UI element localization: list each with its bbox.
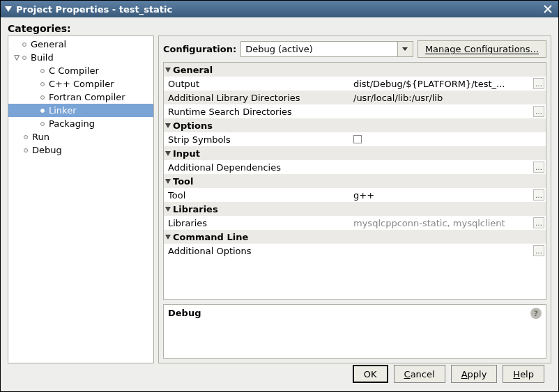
section-general[interactable]: General (164, 63, 546, 77)
tree-label: Packaging (49, 118, 95, 129)
prop-additional-options[interactable]: Additional Options … (164, 244, 546, 258)
help-button[interactable]: Help (503, 365, 544, 383)
window-menu-icon[interactable] (5, 6, 12, 12)
chevron-down-icon (165, 235, 171, 240)
ellipsis-button[interactable]: … (533, 217, 544, 228)
categories-tree[interactable]: General ▽ Build C Compiler C++ Compiler (8, 36, 154, 363)
tree-item-packaging[interactable]: Packaging (8, 117, 153, 130)
configuration-value: Debug (active) (241, 44, 397, 54)
ellipsis-button[interactable]: … (533, 189, 544, 201)
manage-configurations-button[interactable]: Manage Configurations... (418, 40, 546, 58)
bullet-icon (40, 109, 45, 113)
dialog-body: Categories: General ▽ Build C Compiler (1, 17, 558, 391)
properties-pane: Configuration: Debug (active) Manage Con… (158, 36, 551, 363)
bullet-icon (40, 69, 45, 73)
tree-item-debug[interactable]: Debug (8, 143, 153, 157)
titlebar: Project Properties - test_static (1, 1, 558, 17)
chevron-down-icon (165, 179, 171, 184)
bullet-icon (24, 148, 28, 152)
section-options[interactable]: Options (164, 118, 546, 132)
tree-item-c-compiler[interactable]: C Compiler (8, 64, 153, 77)
prop-additional-library-directories[interactable]: Additional Library Directories /usr/loca… (164, 91, 546, 104)
prop-libraries[interactable]: Libraries mysqlcppconn-static, mysqlclie… (164, 216, 546, 230)
ok-button[interactable]: OK (353, 365, 388, 383)
bullet-icon (40, 122, 45, 126)
prop-output[interactable]: Output dist/Debug/${PLATFORM}/test_... … (164, 77, 546, 91)
strip-symbols-checkbox[interactable] (353, 135, 362, 143)
window-title: Project Properties - test_static (16, 4, 542, 15)
tree-label: C Compiler (49, 65, 99, 76)
ellipsis-button[interactable]: … (533, 78, 544, 89)
tree-label: Debug (32, 145, 62, 155)
chevron-down-icon (165, 151, 171, 156)
content-area: General ▽ Build C Compiler C++ Compiler (8, 36, 551, 363)
tree-item-build[interactable]: ▽ Build (8, 51, 153, 64)
ellipsis-button[interactable]: … (533, 106, 544, 117)
cancel-button[interactable]: Cancel (394, 365, 445, 383)
section-input[interactable]: Input (164, 146, 546, 160)
dialog-footer: OK Cancel Apply Help (8, 363, 551, 389)
tree-label: C++ Compiler (49, 79, 114, 89)
help-icon[interactable]: ? (530, 308, 542, 319)
properties-table: General Output dist/Debug/${PLATFORM}/te… (163, 62, 546, 300)
chevron-down-icon (165, 207, 171, 212)
description-panel: Debug ? (163, 304, 546, 359)
configuration-combo[interactable]: Debug (active) (240, 41, 413, 57)
bullet-icon (40, 95, 45, 100)
prop-strip-symbols[interactable]: Strip Symbols (164, 132, 546, 146)
prop-runtime-search-directories[interactable]: Runtime Search Directories … (164, 104, 546, 118)
bullet-icon (22, 56, 26, 60)
tree-label: Fortran Compiler (49, 92, 125, 102)
tree-item-cpp-compiler[interactable]: C++ Compiler (8, 77, 153, 91)
tree-item-linker[interactable]: Linker (8, 104, 153, 117)
tree-label: General (31, 39, 66, 49)
expander-icon[interactable]: ▽ (13, 54, 21, 62)
tree-item-run[interactable]: Run (8, 130, 153, 143)
chevron-down-icon (165, 68, 171, 72)
tree-item-fortran-compiler[interactable]: Fortran Compiler (8, 91, 153, 104)
ellipsis-button[interactable]: … (533, 162, 544, 173)
bullet-icon (40, 82, 45, 86)
categories-label: Categories: (8, 23, 551, 34)
prop-additional-dependencies[interactable]: Additional Dependencies … (164, 160, 546, 174)
tree-label: Run (32, 132, 49, 142)
section-command-line[interactable]: Command Line (164, 230, 546, 244)
section-tool[interactable]: Tool (164, 174, 546, 188)
bullet-icon (24, 135, 28, 139)
bullet-icon (22, 42, 26, 47)
section-libraries[interactable]: Libraries (164, 202, 546, 216)
close-button[interactable] (542, 3, 554, 15)
tree-label: Linker (49, 105, 77, 116)
configuration-label: Configuration: (163, 44, 236, 54)
chevron-down-icon (165, 123, 171, 128)
configuration-dropdown-button[interactable] (397, 42, 413, 56)
close-icon (544, 5, 552, 13)
tree-item-general[interactable]: General (8, 38, 153, 51)
prop-tool[interactable]: Tool g++ … (164, 188, 546, 202)
apply-button[interactable]: Apply (451, 365, 498, 383)
project-properties-window: Project Properties - test_static Categor… (0, 0, 559, 392)
configuration-row: Configuration: Debug (active) Manage Con… (159, 36, 551, 62)
ellipsis-button[interactable]: … (533, 245, 544, 256)
chevron-down-icon (402, 47, 408, 51)
tree-label: Build (31, 52, 54, 63)
description-title: Debug (168, 308, 201, 318)
